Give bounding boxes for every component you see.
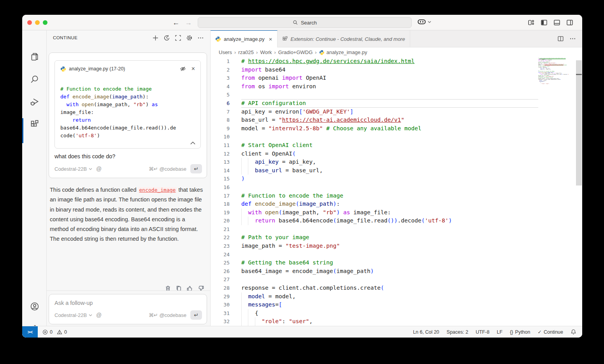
close-tab-icon[interactable]: × (269, 36, 272, 42)
tab-analyze-image[interactable]: analyze_image.py × (211, 30, 277, 47)
extensions-icon[interactable] (22, 116, 47, 133)
collapse-chevron-icon[interactable] (190, 141, 196, 145)
navigate-back-button[interactable]: ← (171, 18, 181, 28)
notifications-bell-icon[interactable] (571, 329, 576, 335)
code-line[interactable]: 18def encode_image(image_path): (211, 200, 582, 208)
code-line[interactable]: 8base_url = "https://chat-ai.academicclo… (211, 116, 582, 124)
code-line[interactable]: 16 (211, 183, 582, 192)
tab-extension-continue[interactable]: Extension: Continue - Codestral, Claude,… (277, 30, 410, 47)
toggle-secondary-sidebar-button[interactable] (566, 19, 574, 26)
model-selector[interactable]: Codestral-22B (54, 312, 92, 318)
continue-status[interactable]: ✓Continue (537, 329, 563, 335)
indent-guide (248, 309, 255, 318)
model-label: Codestral-22B (54, 166, 87, 172)
breadcrumb-item[interactable]: Gradio+GWDG (278, 49, 313, 55)
submit-button[interactable]: ↵ (190, 164, 202, 173)
editor-scrollbar[interactable] (576, 57, 582, 326)
submit-button[interactable]: ↵ (190, 310, 202, 320)
code-line[interactable]: 6# API configuration (211, 99, 582, 108)
scrollbar-thumb[interactable] (576, 60, 582, 186)
code-line[interactable]: 14base_url = base_url, (211, 166, 582, 175)
remove-context-icon[interactable]: × (191, 65, 195, 72)
close-window-button[interactable] (27, 20, 32, 25)
code-line[interactable]: 2import base64 (211, 66, 582, 74)
breadcrumb-item[interactable]: Work (260, 49, 272, 55)
breadcrumb-separator: › (315, 49, 316, 55)
breadcrumb-item[interactable]: Users (219, 49, 232, 55)
minimize-window-button[interactable] (35, 20, 40, 25)
search-view-icon[interactable] (22, 71, 47, 88)
followup-input[interactable]: Ask a follow-up Codestral-22B @ ⌘↵ @code… (49, 294, 207, 324)
encode-image-code-link[interactable]: encode_image (138, 187, 177, 193)
more-actions-icon[interactable] (197, 35, 204, 41)
code-line[interactable]: 32"role": "user", (211, 317, 582, 326)
fullscreen-icon[interactable] (175, 35, 181, 41)
eol-sequence[interactable]: LF (497, 329, 503, 335)
toggle-primary-sidebar-button[interactable] (540, 19, 548, 26)
navigate-forward-button[interactable]: → (183, 18, 193, 28)
problems-status[interactable]: 0 0 (42, 329, 67, 335)
model-selector[interactable]: Codestral-22B (54, 166, 92, 172)
code-line[interactable]: 15) (211, 175, 582, 183)
chat-menu[interactable] (418, 18, 431, 25)
code-line[interactable]: 19with open(image_path, "rb") as image_f… (211, 208, 582, 217)
config-gear-icon[interactable] (186, 35, 193, 41)
breadcrumb-file[interactable]: analyze_image.py (319, 49, 367, 55)
new-session-icon[interactable] (152, 35, 159, 41)
breadcrumb-separator: › (234, 49, 236, 55)
hide-context-icon[interactable] (180, 66, 186, 72)
add-context-button[interactable]: @ (96, 312, 102, 318)
code-line[interactable]: 28response = client.chat.completions.cre… (211, 284, 582, 292)
indent-guide (248, 158, 255, 166)
code-line[interactable]: 26base64_image = encode_image(image_path… (211, 267, 582, 276)
code-line[interactable]: 9model = "internvl2.5-8b" # Choose any a… (211, 124, 582, 133)
minimap[interactable]: # https://docs.hpc.gwdg.de/services/saia… (538, 58, 569, 120)
run-debug-icon[interactable] (22, 93, 47, 110)
customize-layout-button[interactable] (527, 19, 535, 26)
continue-panel-header: CONTINUE (47, 30, 210, 45)
code-line[interactable]: 20return base64.b64encode(image_file.rea… (211, 217, 582, 225)
indent-guide (248, 166, 255, 175)
code-line[interactable]: 27 (211, 275, 582, 284)
encoding[interactable]: UTF-8 (476, 329, 489, 335)
split-editor-icon[interactable] (557, 35, 564, 42)
cursor-position[interactable]: Ln 6, Col 20 (413, 329, 439, 335)
code-line[interactable]: 29model = model, (211, 292, 582, 301)
code-line[interactable]: 21 (211, 225, 582, 234)
breadcrumb-item[interactable]: rza025 (238, 49, 254, 55)
code-line[interactable]: 31{ (211, 309, 582, 318)
code-editor[interactable]: 1# https://docs.hpc.gwdg.de/services/sai… (211, 57, 582, 326)
editor-more-actions-icon[interactable] (569, 35, 576, 42)
line-content: # Function to encode the image (241, 192, 538, 200)
explorer-icon[interactable] (22, 48, 47, 65)
line-number: 5 (211, 91, 230, 99)
code-line[interactable]: 11# Start OpenAI client (211, 141, 582, 150)
code-line[interactable]: 3from openai import OpenAI (211, 74, 582, 82)
zoom-window-button[interactable] (43, 20, 47, 25)
history-icon[interactable] (163, 35, 170, 41)
code-line[interactable]: 17# Function to encode the image (211, 192, 582, 200)
code-line[interactable]: 24 (211, 250, 582, 259)
command-center-search[interactable]: Search (198, 17, 412, 28)
code-line[interactable]: 7api_key = environ['GWDG_API_KEY'] (211, 108, 582, 116)
code-line[interactable]: 23image_path = "test-image.png" (211, 242, 582, 250)
accounts-icon[interactable] (22, 298, 47, 315)
code-line[interactable]: 22# Path to your image (211, 233, 582, 242)
language-mode[interactable]: {}Python (510, 329, 530, 335)
code-line[interactable]: 10 (211, 133, 582, 141)
code-line[interactable]: 25# Getting the base64 string (211, 259, 582, 267)
add-context-button[interactable]: @ (96, 166, 102, 172)
indent-guide (241, 309, 248, 318)
code-line[interactable]: 1# https://docs.hpc.gwdg.de/services/sai… (211, 57, 582, 66)
code-line[interactable]: 4from os import environ (211, 82, 582, 91)
remote-indicator[interactable]: >< (22, 326, 38, 338)
code-context-card[interactable]: analyze_image.py (17-20) × # Function to… (54, 60, 201, 149)
code-line[interactable]: 12client = OpenAI( (211, 150, 582, 158)
indentation[interactable]: Spaces: 2 (447, 329, 469, 335)
breadcrumb[interactable]: Users›rza025›Work›Gradio+GWDG›analyze_im… (211, 47, 582, 57)
code-line[interactable]: 13api_key = api_key, (211, 158, 582, 166)
code-line[interactable]: 30messages=[ (211, 301, 582, 309)
toggle-panel-button[interactable] (553, 19, 561, 26)
breadcrumb-separator: › (274, 49, 276, 55)
code-line[interactable]: 5 (211, 91, 582, 99)
